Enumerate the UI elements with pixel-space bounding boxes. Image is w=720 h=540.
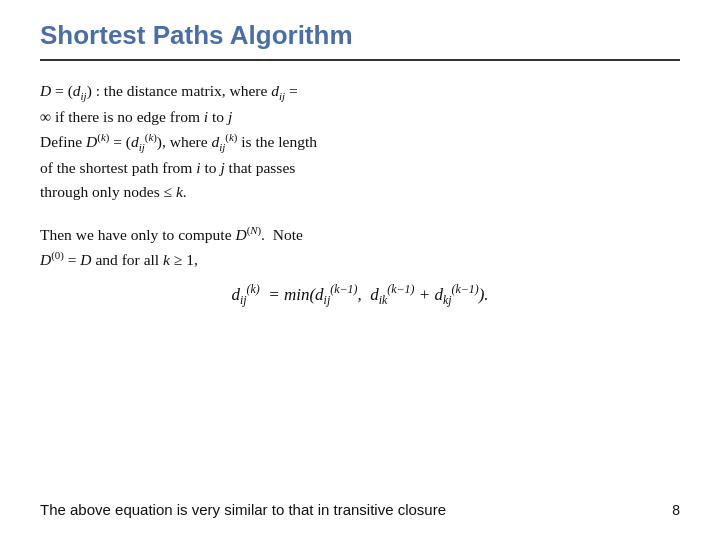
content-area: D = (dij) : the distance matrix, where d… bbox=[40, 79, 680, 310]
formula: dij(k) = min(dij(k−1), dik(k−1) + dkj(k−… bbox=[40, 280, 680, 310]
block1-text: D = (dij) : the distance matrix, where d… bbox=[40, 82, 317, 200]
block2-text: Then we have only to compute D(N). Note … bbox=[40, 226, 303, 268]
slide-title: Shortest Paths Algorithm bbox=[40, 20, 680, 51]
bottom-text: The above equation is very similar to th… bbox=[40, 501, 446, 518]
block1: D = (dij) : the distance matrix, where d… bbox=[40, 79, 680, 204]
slide: Shortest Paths Algorithm D = (dij) : the… bbox=[0, 0, 720, 540]
block2: Then we have only to compute D(N). Note … bbox=[40, 222, 680, 310]
divider bbox=[40, 59, 680, 61]
page-number: 8 bbox=[672, 502, 680, 518]
